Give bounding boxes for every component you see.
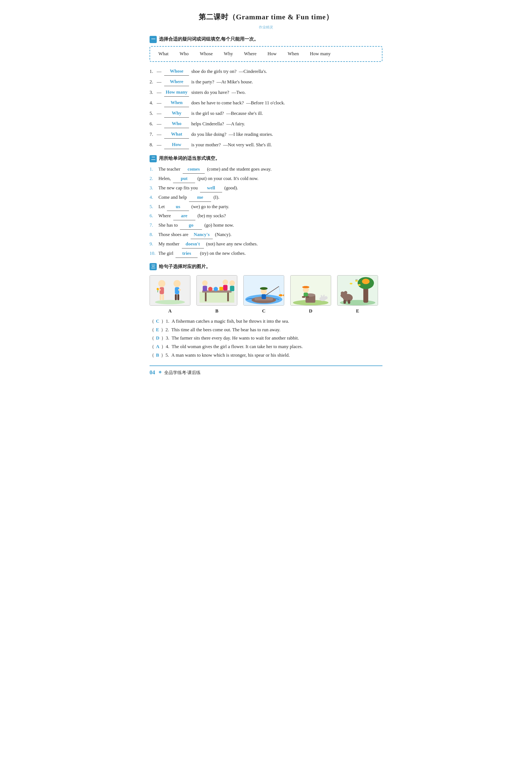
svg-point-2 bbox=[158, 280, 166, 287]
image-label-E: E bbox=[356, 307, 359, 315]
footer-num: 04 bbox=[150, 368, 155, 377]
section1-header: 一 选择合适的疑问词或词组填空,每个只能用一次。 bbox=[150, 35, 382, 43]
list-item: 6. — Who helps Cinderella? —A fairy. bbox=[150, 119, 382, 129]
answer-4: When bbox=[164, 99, 189, 107]
answer-s2-1: comes bbox=[183, 165, 205, 174]
image-label-A: A bbox=[168, 307, 172, 315]
list-item: （ E ）2. This time all the bees come out.… bbox=[150, 326, 382, 334]
word-who: Who bbox=[180, 50, 189, 58]
svg-rect-9 bbox=[175, 294, 177, 300]
list-item: 1. — Whose shoe do the girls try on? —Ci… bbox=[150, 67, 382, 76]
word-why: Why bbox=[224, 50, 233, 58]
list-item: 2. — Where is the party? —At Mike's hous… bbox=[150, 77, 382, 87]
svg-point-7 bbox=[174, 280, 181, 287]
list-item: 8. — How is your mother? —Not very well.… bbox=[150, 140, 382, 150]
svg-rect-51 bbox=[306, 296, 309, 297]
s3-letter-5: B bbox=[156, 352, 159, 358]
svg-point-60 bbox=[350, 283, 352, 284]
list-item: 3. — How many sisters do you have? —Two. bbox=[150, 88, 382, 97]
answer-s2-6: are bbox=[173, 212, 195, 220]
list-item: 6. Where are (be) my socks? bbox=[150, 212, 382, 220]
list-item: 3. The new cap fits you well (good). bbox=[150, 184, 382, 192]
image-card-A: A bbox=[150, 275, 190, 315]
svg-rect-5 bbox=[162, 294, 164, 300]
svg-rect-18 bbox=[227, 292, 229, 301]
answer-2: Where bbox=[164, 78, 189, 86]
word-when: When bbox=[288, 50, 299, 58]
answer-s2-4: me bbox=[189, 193, 211, 202]
footer-bar: 04 ❖ 全品学练考·课后练 bbox=[150, 365, 382, 377]
answer-s2-5: us bbox=[167, 203, 189, 211]
answer-s2-8: Nancy's bbox=[191, 231, 213, 239]
answer-1: Whose bbox=[164, 67, 189, 76]
footer-text: 全品学练考·课后练 bbox=[164, 369, 201, 376]
svg-rect-33 bbox=[262, 294, 266, 299]
svg-rect-35 bbox=[262, 287, 266, 289]
s3-letter-1: C bbox=[156, 318, 159, 324]
section3-instruction: 给句子选择对应的图片。 bbox=[159, 263, 211, 271]
page-title: 第二课时（Grammar time & Fun time） bbox=[150, 11, 382, 23]
section2-list: 1. The teacher comes (come) and the stud… bbox=[150, 165, 382, 258]
list-item: 4. Come and help me (I). bbox=[150, 193, 382, 202]
word-how: How bbox=[267, 50, 276, 58]
svg-point-59 bbox=[355, 280, 358, 281]
image-C bbox=[243, 275, 284, 305]
word-how-many: How many bbox=[310, 50, 331, 58]
word-where: Where bbox=[244, 50, 256, 58]
list-item: 4. — When does he have to come back? —Be… bbox=[150, 98, 382, 108]
answer-s2-3: well bbox=[200, 184, 222, 192]
svg-rect-4 bbox=[160, 294, 162, 300]
answer-s2-9: doesn't bbox=[182, 240, 204, 248]
svg-rect-3 bbox=[160, 287, 164, 294]
image-card-B: B bbox=[196, 275, 237, 315]
svg-rect-50 bbox=[302, 296, 305, 297]
svg-point-38 bbox=[279, 294, 283, 296]
answer-s2-2: put bbox=[173, 175, 195, 183]
section1-badge: 一 bbox=[150, 36, 157, 43]
s3-letter-3: D bbox=[156, 335, 159, 340]
list-item: （ A ）4. The old woman gives the girl a f… bbox=[150, 343, 382, 351]
svg-rect-11 bbox=[178, 289, 181, 291]
image-D bbox=[290, 275, 331, 305]
image-label-C: C bbox=[262, 307, 265, 315]
s3-letter-2: E bbox=[156, 327, 159, 332]
list-item: 7. — What do you like doing? —I like rea… bbox=[150, 130, 382, 139]
svg-rect-68 bbox=[344, 300, 346, 304]
list-item: （ C ）1. A fisherman catches a magic fish… bbox=[150, 317, 382, 325]
svg-point-24 bbox=[223, 279, 228, 285]
svg-point-20 bbox=[214, 287, 218, 291]
answer-3: How many bbox=[164, 88, 189, 97]
svg-rect-8 bbox=[175, 287, 179, 294]
answer-s2-7: go bbox=[180, 221, 202, 230]
image-card-E: E bbox=[337, 275, 378, 315]
svg-rect-53 bbox=[304, 286, 308, 288]
svg-point-1 bbox=[155, 300, 185, 304]
svg-rect-25 bbox=[223, 285, 228, 290]
list-item: 2. Helen, put (put) on your coat. It's c… bbox=[150, 175, 382, 183]
svg-point-58 bbox=[362, 278, 370, 284]
svg-point-61 bbox=[358, 284, 361, 286]
list-item: 9. My mother doesn't (not) have any new … bbox=[150, 240, 382, 248]
answer-5: Why bbox=[164, 109, 189, 118]
svg-rect-17 bbox=[205, 292, 207, 301]
watermark: 作业精灵 bbox=[150, 24, 382, 30]
svg-rect-27 bbox=[230, 286, 234, 291]
s3-letter-4: A bbox=[156, 344, 159, 349]
word-whose: Whose bbox=[200, 50, 213, 58]
answer-7: What bbox=[164, 130, 189, 139]
image-card-D: D bbox=[290, 275, 331, 315]
list-item: （ B ）5. A man wants to know which is str… bbox=[150, 351, 382, 359]
word-what: What bbox=[158, 50, 169, 58]
image-A bbox=[150, 275, 190, 305]
image-label-B: B bbox=[215, 307, 218, 315]
svg-rect-23 bbox=[203, 286, 207, 291]
answer-s2-10: tries bbox=[175, 249, 198, 258]
list-item: 5. Let us (we) go to the party. bbox=[150, 203, 382, 211]
section3-images: A bbox=[150, 275, 382, 315]
svg-rect-15 bbox=[199, 292, 234, 302]
svg-point-45 bbox=[324, 296, 328, 299]
section1-instruction: 选择合适的疑问词或词组填空,每个只能用一次。 bbox=[159, 35, 259, 43]
svg-rect-21 bbox=[219, 287, 223, 290]
section3-badge: 三 bbox=[150, 263, 157, 270]
list-item: 10. The girl tries (try) on the new clot… bbox=[150, 249, 382, 258]
